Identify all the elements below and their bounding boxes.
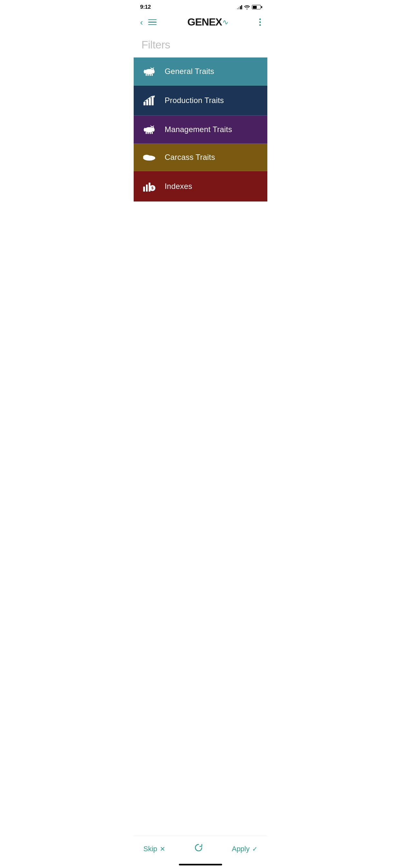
svg-point-9 (152, 69, 153, 69)
svg-rect-3 (146, 73, 147, 76)
logo: GENEX ∿ (187, 16, 228, 28)
status-time: 9:12 (140, 4, 151, 10)
svg-rect-29 (146, 185, 148, 192)
signal-icon (237, 5, 243, 9)
svg-point-16 (144, 128, 146, 132)
wifi-icon (244, 5, 250, 9)
index-icon: $ (142, 180, 157, 192)
logo-text: GENEX (187, 16, 222, 28)
status-icons (237, 5, 261, 9)
menu-button[interactable] (148, 20, 157, 25)
status-bar: 9:12 (134, 0, 267, 13)
svg-rect-28 (143, 187, 145, 191)
svg-point-22 (150, 126, 154, 129)
header-left: ‹ (140, 18, 157, 27)
svg-point-27 (144, 155, 148, 158)
svg-rect-18 (146, 132, 147, 134)
cow-icon (142, 66, 157, 76)
more-button[interactable] (259, 19, 261, 26)
category-item-production[interactable]: Production Traits (134, 86, 267, 116)
svg-rect-13 (152, 97, 154, 105)
svg-rect-10 (144, 102, 146, 105)
cow-management-icon (142, 125, 157, 134)
svg-point-1 (144, 70, 146, 73)
svg-point-23 (151, 127, 152, 128)
header: ‹ GENEX ∿ (134, 13, 267, 33)
svg-point-7 (150, 68, 154, 71)
svg-rect-20 (150, 132, 151, 134)
svg-rect-11 (146, 100, 148, 105)
category-label-carcass: Carcass Traits (165, 153, 215, 162)
svg-rect-19 (148, 132, 149, 134)
svg-rect-21 (151, 132, 153, 134)
svg-rect-12 (149, 98, 151, 105)
battery-icon (252, 5, 261, 9)
logo-symbol: ∿ (222, 18, 228, 27)
svg-rect-5 (150, 73, 151, 76)
back-button[interactable]: ‹ (140, 18, 143, 27)
svg-point-8 (151, 69, 152, 69)
page-title: Filters (134, 33, 267, 58)
category-label-indexes: Indexes (165, 182, 192, 191)
category-label-general: General Traits (165, 67, 214, 76)
content-spacer (134, 202, 267, 266)
svg-rect-6 (151, 73, 153, 76)
category-item-management[interactable]: Management Traits (134, 116, 267, 144)
category-item-carcass[interactable]: Carcass Traits (134, 144, 267, 171)
svg-point-24 (152, 127, 153, 128)
steak-icon (142, 153, 157, 161)
svg-rect-4 (148, 73, 149, 76)
category-list: General Traits Production Traits (134, 58, 267, 202)
category-label-production: Production Traits (165, 96, 224, 105)
svg-text:$: $ (151, 186, 153, 190)
category-item-indexes[interactable]: $ Indexes (134, 171, 267, 202)
chart-up-icon (142, 95, 157, 106)
category-label-management: Management Traits (165, 125, 232, 134)
category-item-general[interactable]: General Traits (134, 58, 267, 86)
